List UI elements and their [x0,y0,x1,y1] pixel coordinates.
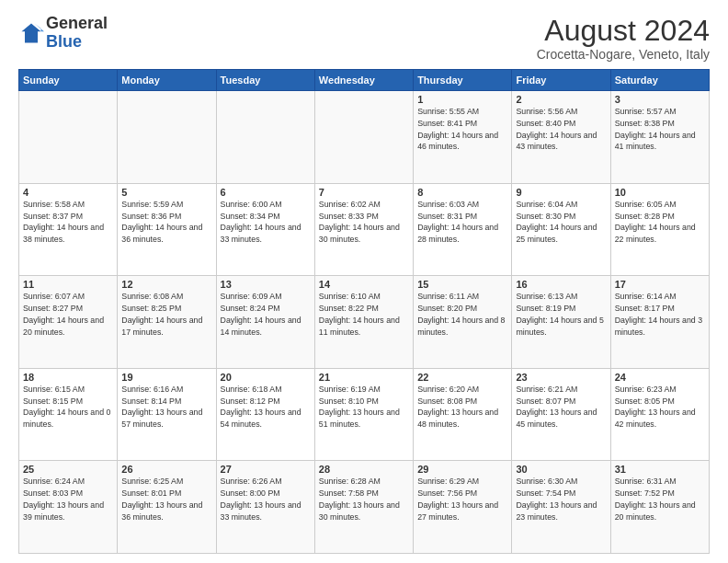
day-number: 10 [615,187,705,198]
calendar-cell: 16 Sunrise: 6:13 AMSunset: 8:19 PMDaylig… [512,276,610,369]
calendar-cell: 10 Sunrise: 6:05 AMSunset: 8:28 PMDaylig… [610,183,709,276]
calendar-cell: 11 Sunrise: 6:07 AMSunset: 8:27 PMDaylig… [19,276,118,369]
day-number: 7 [319,187,409,198]
header-monday: Monday [118,70,216,91]
day-number: 30 [516,464,606,475]
day-number: 18 [23,372,113,383]
calendar-cell: 3 Sunrise: 5:57 AMSunset: 8:38 PMDayligh… [610,91,709,184]
day-info: Sunrise: 6:10 AMSunset: 8:22 PMDaylight:… [319,291,409,338]
day-info: Sunrise: 6:19 AMSunset: 8:10 PMDaylight:… [319,384,409,431]
calendar-cell: 5 Sunrise: 5:59 AMSunset: 8:36 PMDayligh… [118,183,216,276]
day-number: 22 [417,372,507,383]
calendar-cell [216,91,314,184]
day-number: 13 [221,279,311,290]
day-info: Sunrise: 6:30 AMSunset: 7:54 PMDaylight:… [516,476,606,523]
week-row-5: 25 Sunrise: 6:24 AMSunset: 8:03 PMDaylig… [19,461,710,554]
day-number: 25 [23,464,113,475]
day-number: 28 [319,464,409,475]
day-info: Sunrise: 5:56 AMSunset: 8:40 PMDaylight:… [516,106,606,153]
day-number: 5 [121,187,211,198]
calendar-cell: 12 Sunrise: 6:08 AMSunset: 8:25 PMDaylig… [118,276,216,369]
day-info: Sunrise: 6:23 AMSunset: 8:05 PMDaylight:… [615,384,705,431]
day-info: Sunrise: 6:20 AMSunset: 8:08 PMDaylight:… [417,384,507,431]
calendar-cell: 9 Sunrise: 6:04 AMSunset: 8:30 PMDayligh… [512,183,610,276]
day-number: 16 [516,279,606,290]
calendar-cell: 4 Sunrise: 5:58 AMSunset: 8:37 PMDayligh… [19,183,118,276]
calendar-cell: 21 Sunrise: 6:19 AMSunset: 8:10 PMDaylig… [314,368,413,461]
logo-blue-text: Blue [46,32,82,51]
day-info: Sunrise: 6:14 AMSunset: 8:17 PMDaylight:… [615,291,705,338]
day-info: Sunrise: 6:15 AMSunset: 8:15 PMDaylight:… [23,384,113,431]
header-wednesday: Wednesday [314,70,413,91]
header-friday: Friday [512,70,610,91]
week-row-4: 18 Sunrise: 6:15 AMSunset: 8:15 PMDaylig… [19,368,710,461]
day-number: 9 [516,187,606,198]
day-info: Sunrise: 5:59 AMSunset: 8:36 PMDaylight:… [121,199,211,246]
day-number: 17 [615,279,705,290]
day-number: 26 [121,464,211,475]
day-info: Sunrise: 6:02 AMSunset: 8:33 PMDaylight:… [319,199,409,246]
day-info: Sunrise: 6:21 AMSunset: 8:07 PMDaylight:… [516,384,606,431]
calendar-cell: 2 Sunrise: 5:56 AMSunset: 8:40 PMDayligh… [512,91,610,184]
calendar-cell: 1 Sunrise: 5:55 AMSunset: 8:41 PMDayligh… [414,91,512,184]
calendar-cell: 15 Sunrise: 6:11 AMSunset: 8:20 PMDaylig… [414,276,512,369]
calendar-cell [19,91,118,184]
day-number: 2 [516,94,606,105]
day-info: Sunrise: 6:09 AMSunset: 8:24 PMDaylight:… [221,291,311,338]
day-number: 8 [417,187,507,198]
calendar-cell: 27 Sunrise: 6:26 AMSunset: 8:00 PMDaylig… [216,461,314,554]
day-number: 14 [319,279,409,290]
day-number: 23 [516,372,606,383]
day-info: Sunrise: 5:58 AMSunset: 8:37 PMDaylight:… [23,199,113,246]
day-number: 4 [23,187,113,198]
day-number: 1 [417,94,507,105]
day-number: 24 [615,372,705,383]
day-number: 3 [615,94,705,105]
day-info: Sunrise: 6:29 AMSunset: 7:56 PMDaylight:… [417,476,507,523]
day-info: Sunrise: 6:25 AMSunset: 8:01 PMDaylight:… [121,476,211,523]
header-thursday: Thursday [414,70,512,91]
week-row-1: 1 Sunrise: 5:55 AMSunset: 8:41 PMDayligh… [19,91,710,184]
weekday-header-row: Sunday Monday Tuesday Wednesday Thursday… [19,70,710,91]
calendar: Sunday Monday Tuesday Wednesday Thursday… [18,69,710,554]
day-info: Sunrise: 6:24 AMSunset: 8:03 PMDaylight:… [23,476,113,523]
day-info: Sunrise: 5:55 AMSunset: 8:41 PMDaylight:… [417,106,507,153]
calendar-cell: 8 Sunrise: 6:03 AMSunset: 8:31 PMDayligh… [414,183,512,276]
calendar-cell: 7 Sunrise: 6:02 AMSunset: 8:33 PMDayligh… [314,183,413,276]
calendar-cell: 26 Sunrise: 6:25 AMSunset: 8:01 PMDaylig… [118,461,216,554]
calendar-cell: 22 Sunrise: 6:20 AMSunset: 8:08 PMDaylig… [414,368,512,461]
calendar-cell: 29 Sunrise: 6:29 AMSunset: 7:56 PMDaylig… [414,461,512,554]
calendar-cell [118,91,216,184]
header-tuesday: Tuesday [216,70,314,91]
day-info: Sunrise: 6:31 AMSunset: 7:52 PMDaylight:… [615,476,705,523]
day-number: 21 [319,372,409,383]
calendar-cell [314,91,413,184]
calendar-cell: 14 Sunrise: 6:10 AMSunset: 8:22 PMDaylig… [314,276,413,369]
day-info: Sunrise: 6:11 AMSunset: 8:20 PMDaylight:… [417,291,507,338]
day-info: Sunrise: 6:26 AMSunset: 8:00 PMDaylight:… [221,476,311,523]
day-info: Sunrise: 6:16 AMSunset: 8:14 PMDaylight:… [121,384,211,431]
day-info: Sunrise: 6:07 AMSunset: 8:27 PMDaylight:… [23,291,113,338]
week-row-3: 11 Sunrise: 6:07 AMSunset: 8:27 PMDaylig… [19,276,710,369]
week-row-2: 4 Sunrise: 5:58 AMSunset: 8:37 PMDayligh… [19,183,710,276]
day-info: Sunrise: 6:13 AMSunset: 8:19 PMDaylight:… [516,291,606,338]
logo-icon [18,20,44,46]
day-number: 20 [221,372,311,383]
calendar-cell: 19 Sunrise: 6:16 AMSunset: 8:14 PMDaylig… [118,368,216,461]
logo: General Blue [18,15,108,52]
day-info: Sunrise: 6:18 AMSunset: 8:12 PMDaylight:… [221,384,311,431]
calendar-cell: 30 Sunrise: 6:30 AMSunset: 7:54 PMDaylig… [512,461,610,554]
calendar-cell: 24 Sunrise: 6:23 AMSunset: 8:05 PMDaylig… [610,368,709,461]
day-number: 12 [121,279,211,290]
day-info: Sunrise: 6:04 AMSunset: 8:30 PMDaylight:… [516,199,606,246]
day-info: Sunrise: 6:00 AMSunset: 8:34 PMDaylight:… [221,199,311,246]
location: Crocetta-Nogare, Veneto, Italy [537,47,710,62]
calendar-cell: 28 Sunrise: 6:28 AMSunset: 7:58 PMDaylig… [314,461,413,554]
title-block: August 2024 Crocetta-Nogare, Veneto, Ita… [537,15,710,62]
day-number: 15 [417,279,507,290]
day-info: Sunrise: 6:03 AMSunset: 8:31 PMDaylight:… [417,199,507,246]
day-number: 6 [221,187,311,198]
day-number: 19 [121,372,211,383]
header-sunday: Sunday [19,70,118,91]
day-number: 29 [417,464,507,475]
